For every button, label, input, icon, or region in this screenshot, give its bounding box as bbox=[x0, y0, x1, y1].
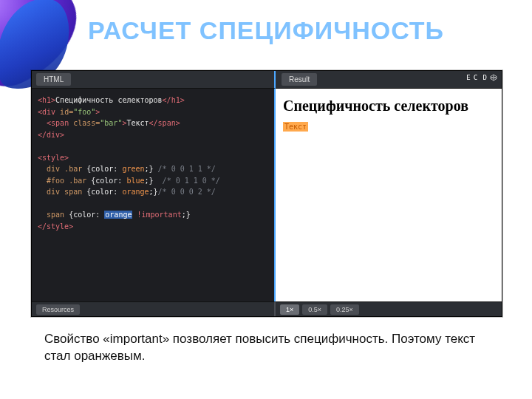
tab-html[interactable]: HTML bbox=[36, 73, 71, 86]
resources-button[interactable]: Resources bbox=[36, 304, 80, 315]
result-pane-header: Result E C D bbox=[276, 71, 502, 89]
zoom-0-5x[interactable]: 0.5× bbox=[302, 304, 327, 315]
result-pane: Специфичность селекторов Текст bbox=[276, 89, 502, 301]
slide-caption: Свойство «important» позволяет повысить … bbox=[44, 331, 488, 365]
tab-result[interactable]: Result bbox=[282, 73, 317, 86]
footer-right: 1× 0.5× 0.25× bbox=[276, 301, 502, 316]
slide-title: РАСЧЕТ СПЕЦИФИЧНОСТЬ bbox=[0, 16, 532, 45]
codepen-panel: HTML Result E C D <h1>Специфичность селе… bbox=[31, 70, 502, 317]
result-text: Текст bbox=[283, 122, 308, 132]
zoom-1x[interactable]: 1× bbox=[280, 304, 299, 315]
html-code-pane[interactable]: <h1>Специфичность селекторов</h1> <div i… bbox=[32, 89, 276, 301]
zoom-0-25x[interactable]: 0.25× bbox=[330, 304, 359, 315]
result-heading: Специфичность селекторов bbox=[283, 98, 494, 115]
footer-left: Resources bbox=[32, 301, 276, 316]
html-pane-header: HTML bbox=[32, 71, 276, 89]
codepen-logo-icon bbox=[490, 74, 497, 81]
codepen-brand: E C D bbox=[466, 74, 497, 81]
